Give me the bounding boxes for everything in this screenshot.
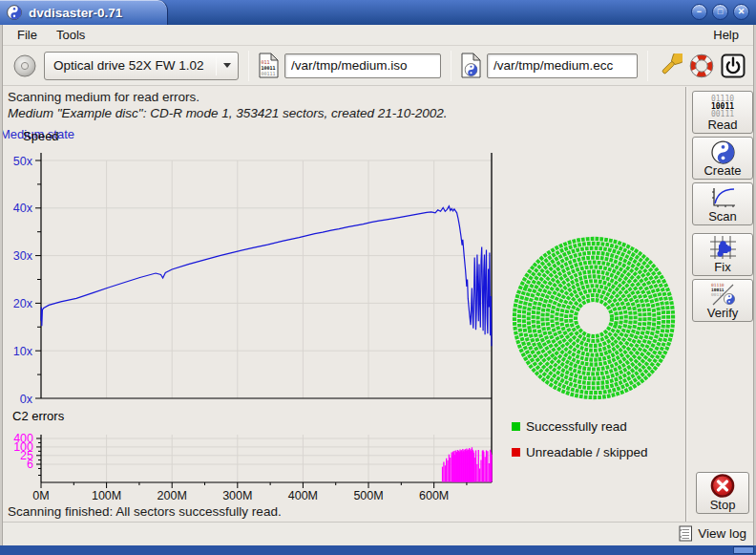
drive-selector[interactable]: Optical drive 52X FW 1.02 bbox=[44, 52, 239, 80]
footer-status-text: Scanning finished: All sectors successfu… bbox=[0, 502, 683, 522]
ecc-file-icon bbox=[461, 53, 481, 78]
speed-chart-title: Speed bbox=[23, 129, 59, 143]
toolbar: Optical drive 52X FW 1.02 011 10011 0011… bbox=[0, 46, 756, 86]
action-sidebar: 01110 10011 00111 Read Create Scan bbox=[689, 88, 756, 522]
stop-button[interactable]: Stop bbox=[696, 472, 749, 514]
svg-text:0x: 0x bbox=[20, 393, 33, 406]
svg-text:20x: 20x bbox=[13, 297, 33, 310]
preferences-wrench-icon[interactable] bbox=[658, 53, 682, 78]
verify-button[interactable]: 01110 10011 00111 Verify bbox=[692, 279, 753, 322]
window-title: dvdisaster-0.71 bbox=[29, 6, 122, 20]
iso-path-input[interactable] bbox=[284, 53, 441, 78]
menu-help[interactable]: Help bbox=[704, 26, 748, 44]
titlebar-tab: dvdisaster-0.71 bbox=[0, 0, 168, 25]
medium-state-disc bbox=[510, 234, 678, 402]
svg-text:100M: 100M bbox=[92, 489, 121, 502]
svg-text:300M: 300M bbox=[222, 489, 252, 502]
puzzle-piece-icon bbox=[708, 235, 737, 261]
close-button[interactable]: ✕ bbox=[733, 4, 749, 20]
resize-grip[interactable] bbox=[733, 546, 754, 554]
titlebar[interactable]: dvdisaster-0.71 − □ ✕ bbox=[0, 0, 756, 25]
toolbar-separator bbox=[248, 51, 249, 81]
legend-row-unreadable: Unreadable / skipped bbox=[512, 445, 648, 459]
app-window: dvdisaster-0.71 − □ ✕ File Tools Help Op… bbox=[0, 0, 756, 555]
log-list-icon bbox=[679, 525, 693, 542]
footer-bar: View log bbox=[0, 522, 756, 545]
c2-chart-title: C2 errors bbox=[12, 409, 64, 423]
window-bottom-border bbox=[0, 545, 756, 555]
help-lifebelt-icon[interactable] bbox=[689, 53, 714, 78]
svg-text:500M: 500M bbox=[353, 489, 383, 502]
scan-button[interactable]: Scan bbox=[692, 182, 753, 225]
svg-text:40x: 40x bbox=[13, 202, 33, 215]
svg-text:00111: 00111 bbox=[262, 71, 276, 76]
svg-text:200M: 200M bbox=[158, 489, 187, 502]
ecc-path-input[interactable] bbox=[487, 53, 638, 78]
legend-swatch-red bbox=[512, 448, 520, 457]
minimize-button[interactable]: − bbox=[691, 4, 707, 20]
read-button[interactable]: 01110 10011 00111 Read bbox=[692, 91, 753, 134]
toolbar-separator bbox=[451, 51, 452, 81]
quit-power-icon[interactable] bbox=[721, 53, 746, 78]
fix-button[interactable]: Fix bbox=[692, 233, 753, 276]
maximize-button[interactable]: □ bbox=[712, 4, 728, 20]
chevron-down-icon bbox=[217, 63, 238, 68]
optical-disc-icon bbox=[12, 53, 37, 78]
menubar: File Tools Help bbox=[0, 25, 756, 46]
main-area: 0x10x20x30x40x50x0M100M200M300M400M500M6… bbox=[0, 127, 756, 502]
legend-swatch-green bbox=[512, 422, 520, 431]
window-yin-yang-icon bbox=[7, 5, 22, 20]
sidebar-separator bbox=[685, 87, 687, 522]
speed-curve-icon bbox=[708, 185, 737, 210]
yin-yang-icon bbox=[711, 140, 735, 164]
speed-and-c2-chart: 0x10x20x30x40x50x0M100M200M300M400M500M6… bbox=[0, 127, 506, 502]
toolbar-separator bbox=[647, 51, 648, 81]
svg-text:400M: 400M bbox=[288, 489, 318, 502]
status-line1: Scanning medium for read errors. bbox=[8, 90, 683, 104]
svg-text:10x: 10x bbox=[13, 345, 33, 358]
menu-file[interactable]: File bbox=[8, 26, 47, 44]
svg-text:600M: 600M bbox=[419, 489, 449, 502]
binary-compare-icon: 01110 10011 00111 bbox=[708, 281, 737, 307]
stop-cross-icon bbox=[708, 473, 737, 499]
view-log-button[interactable]: View log bbox=[679, 525, 746, 542]
window-left-border bbox=[0, 25, 3, 545]
svg-text:50x: 50x bbox=[13, 155, 33, 168]
status-area: Scanning medium for read errors. Medium … bbox=[0, 86, 683, 127]
binary-rows-icon: 01110 10011 00111 bbox=[711, 96, 734, 118]
menu-tools[interactable]: Tools bbox=[47, 26, 94, 44]
drive-selector-value: Optical drive 52X FW 1.02 bbox=[45, 58, 216, 73]
create-button[interactable]: Create bbox=[692, 137, 753, 180]
medium-state-legend: Successfully read Unreadable / skipped bbox=[512, 419, 648, 471]
legend-row-success: Successfully read bbox=[512, 419, 648, 434]
svg-text:6: 6 bbox=[27, 458, 33, 471]
svg-text:30x: 30x bbox=[13, 249, 33, 263]
iso-file-icon: 011 10011 00111 bbox=[259, 53, 279, 78]
status-line2: Medium "Example disc": CD-R mode 1, 3534… bbox=[8, 106, 683, 120]
svg-text:0M: 0M bbox=[32, 489, 49, 502]
